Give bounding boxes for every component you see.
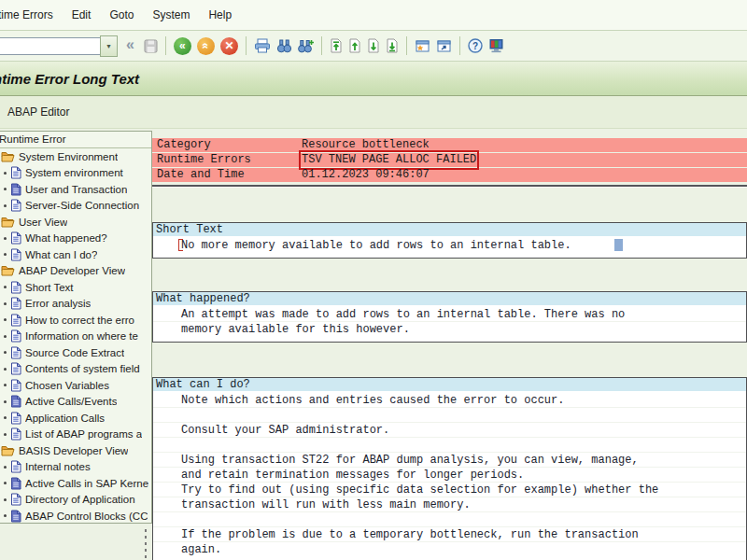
section-body[interactable]: Note which actions and entries caused th… (153, 391, 746, 560)
page-up-button[interactable] (345, 34, 364, 58)
standard-toolbar: ▼ « « « ✕ ? (0, 31, 747, 62)
error-info-value: Resource bottleneck (302, 138, 430, 152)
runtime-error-value: TSV TNEW PAGE ALLOC FAILED (302, 153, 476, 167)
document-icon (10, 427, 21, 441)
find-next-button[interactable] (295, 34, 317, 58)
bullet-dot (4, 237, 7, 240)
document-icon (10, 379, 21, 392)
tree-doc-item[interactable]: Information on where te (0, 329, 151, 345)
chevron-down-icon: ▼ (106, 43, 112, 49)
document-icon (10, 166, 21, 179)
sap-gui-window: { "title": "Runtime Error Long Text", "m… (0, 0, 747, 560)
block-cursor (614, 239, 623, 251)
exit-button[interactable]: « (194, 34, 218, 58)
tree-folder-item[interactable]: User View (0, 214, 151, 231)
tree-doc-item[interactable]: System environment (0, 165, 151, 182)
tree-doc-item[interactable]: List of ABAP programs a (0, 427, 151, 443)
tree-doc-item[interactable]: Server-Side Connection (0, 198, 151, 215)
section-what-can-i-do: What can I do? Note which actions and en… (152, 377, 747, 560)
first-page-button[interactable] (327, 34, 345, 58)
tree-item-label: Contents of system field (25, 363, 140, 374)
tree-item-label: Application Calls (25, 413, 105, 424)
error-info-label: Category (152, 138, 302, 152)
tree-doc-item[interactable]: Source Code Extract (0, 344, 151, 361)
tree-doc-item[interactable]: Chosen Variables (0, 377, 151, 394)
tree-doc-item[interactable]: Active Calls in SAP Kerne (0, 475, 151, 492)
save-button[interactable] (141, 34, 161, 58)
tree-header: Runtime Error (0, 132, 151, 148)
toolbar-separator (321, 36, 322, 55)
document-icon (10, 477, 21, 490)
print-button[interactable] (251, 34, 274, 58)
command-input[interactable] (0, 37, 101, 55)
text-line: No more memory available to add rows to … (153, 238, 746, 253)
section-title: What can I do? (153, 378, 746, 391)
command-dropdown-button[interactable]: ▼ (100, 35, 118, 57)
tree-doc-item[interactable]: ABAP Control Blocks (CC (0, 508, 151, 524)
text-line (153, 408, 746, 423)
splitter-handle[interactable] (143, 527, 148, 560)
page-down-button[interactable] (364, 34, 383, 58)
tree-doc-item[interactable]: How to correct the erro (0, 312, 151, 329)
new-session-button[interactable] (412, 34, 433, 58)
menu-item-goto[interactable]: Goto (100, 0, 143, 30)
back-button[interactable]: « (171, 34, 194, 58)
customize-layout-button[interactable] (486, 34, 507, 58)
last-page-icon (386, 38, 399, 53)
section-body[interactable]: An attempt was made to add rows to an in… (153, 305, 746, 342)
find-button[interactable] (274, 34, 295, 58)
text-line: Using transaction ST22 for ABAP dump ana… (153, 453, 746, 468)
menu-item-runtime-errors[interactable]: Runtime Errors (0, 0, 63, 30)
cursor-anchor-icon (178, 239, 184, 251)
tree-doc-item[interactable]: Short Text (0, 279, 151, 296)
tree-folder-item[interactable]: BASIS Developer View (0, 442, 151, 459)
folder-icon (1, 445, 15, 456)
bullet-dot (4, 335, 7, 338)
menu-item-help[interactable]: Help (199, 0, 241, 30)
toolbar-separator (406, 36, 407, 55)
create-shortcut-button[interactable] (433, 34, 455, 58)
bullet-dot (4, 514, 7, 517)
tree-folder-item[interactable]: System Environment (0, 148, 151, 165)
tree-doc-item[interactable]: What can I do? (0, 246, 151, 263)
tree-item-label: Active Calls in SAP Kerne (25, 478, 148, 489)
tree-folder-item[interactable]: ABAP Developer View (0, 263, 151, 280)
bullet-dot (4, 302, 7, 305)
tree-doc-item[interactable]: Active Calls/Events (0, 394, 151, 411)
tree-doc-item[interactable]: Internal notes (0, 459, 151, 476)
tree-doc-item[interactable]: Error analysis (0, 296, 151, 313)
section-body[interactable]: No more memory available to add rows to … (153, 236, 746, 258)
menu-item-system[interactable]: System (143, 0, 199, 30)
tree-item-label: ABAP Developer View (19, 265, 125, 276)
document-icon (10, 314, 21, 327)
page-title: Runtime Error Long Text (0, 71, 139, 87)
menu-item-edit[interactable]: Edit (63, 0, 101, 30)
tree-doc-item[interactable]: User and Transaction (0, 181, 151, 198)
tree-item-label: How to correct the erro (25, 315, 134, 326)
document-icon (10, 362, 21, 375)
tree-doc-item[interactable]: Application Calls (0, 410, 151, 427)
tree-doc-item[interactable]: Directory of Application (0, 492, 151, 509)
document-icon (10, 183, 21, 196)
create-shortcut-icon (436, 39, 452, 53)
text-line: Consult your SAP administrator. (153, 423, 746, 438)
collapse-command-field-button[interactable]: « (126, 36, 134, 53)
tree-doc-item[interactable]: What happened? (0, 231, 151, 247)
tree: System EnvironmentSystem environmentUser… (0, 148, 151, 524)
tree-doc-item[interactable]: Contents of system field (0, 361, 151, 378)
exit-icon: « (197, 37, 215, 55)
bullet-dot (4, 351, 7, 354)
cancel-button[interactable]: ✕ (218, 34, 241, 58)
help-button[interactable]: ? (465, 34, 486, 58)
bullet-dot (4, 384, 7, 386)
folder-icon (1, 217, 15, 228)
section-short-text: Short Text No more memory available to a… (152, 222, 747, 259)
abap-editor-button[interactable]: ABAP Editor (0, 104, 75, 120)
last-page-button[interactable] (383, 34, 402, 58)
help-icon: ? (468, 38, 483, 53)
tree-item-label: Active Calls/Events (25, 396, 117, 407)
document-icon (10, 199, 21, 212)
section-title: What happened? (153, 292, 746, 305)
tree-item-label: System environment (25, 167, 123, 178)
folder-icon (1, 151, 15, 162)
